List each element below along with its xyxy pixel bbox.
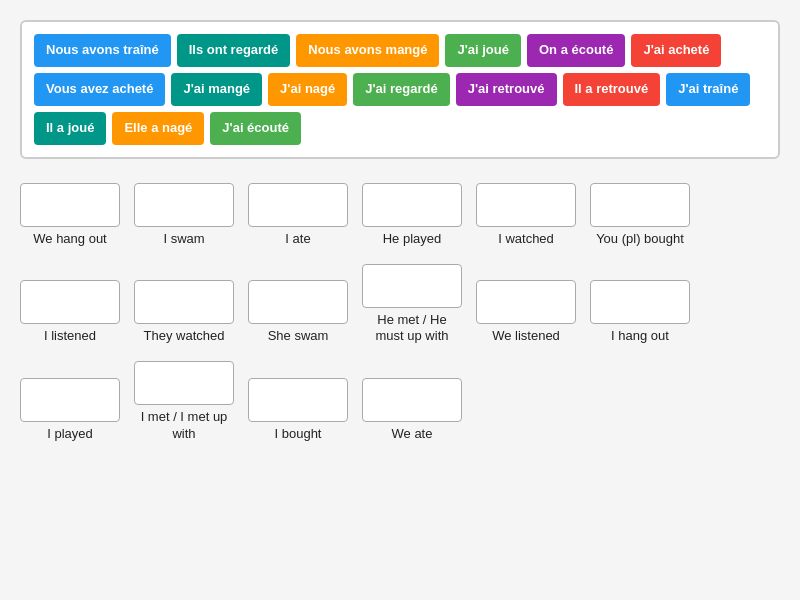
drop-item-1-4: We listened <box>476 280 576 345</box>
word-bank: Nous avons traînéIls ont regardéNous avo… <box>20 20 780 159</box>
word-chip-12[interactable]: J'ai traîné <box>666 73 750 106</box>
drop-box-1-0[interactable] <box>20 280 120 324</box>
drop-item-2-1: I met / I met up with <box>134 361 234 443</box>
word-chip-11[interactable]: Il a retrouvé <box>563 73 661 106</box>
word-chip-10[interactable]: J'ai retrouvé <box>456 73 557 106</box>
drop-item-0-3: He played <box>362 183 462 248</box>
word-chip-13[interactable]: Il a joué <box>34 112 106 145</box>
drop-item-2-2: I bought <box>248 378 348 443</box>
drop-item-1-5: I hang out <box>590 280 690 345</box>
drop-box-2-1[interactable] <box>134 361 234 405</box>
word-chip-8[interactable]: J'ai nagé <box>268 73 347 106</box>
drop-item-1-1: They watched <box>134 280 234 345</box>
word-chip-0[interactable]: Nous avons traîné <box>34 34 171 67</box>
drop-row-0: We hang outI swamI ateHe playedI watched… <box>20 183 780 248</box>
drop-label-2-0: I played <box>47 426 93 443</box>
drop-label-1-1: They watched <box>144 328 225 345</box>
drop-label-0-3: He played <box>383 231 442 248</box>
word-chip-14[interactable]: Elle a nagé <box>112 112 204 145</box>
drop-item-0-4: I watched <box>476 183 576 248</box>
drop-label-1-3: He met / He must up with <box>362 312 462 346</box>
drop-label-0-4: I watched <box>498 231 554 248</box>
drop-item-0-2: I ate <box>248 183 348 248</box>
drop-label-1-5: I hang out <box>611 328 669 345</box>
drop-box-2-0[interactable] <box>20 378 120 422</box>
drop-section: We hang outI swamI ateHe playedI watched… <box>20 183 780 443</box>
drop-box-2-3[interactable] <box>362 378 462 422</box>
drop-box-1-3[interactable] <box>362 264 462 308</box>
drop-item-2-0: I played <box>20 378 120 443</box>
drop-box-1-4[interactable] <box>476 280 576 324</box>
drop-item-1-3: He met / He must up with <box>362 264 462 346</box>
drop-box-0-4[interactable] <box>476 183 576 227</box>
drop-label-0-0: We hang out <box>33 231 106 248</box>
drop-box-0-2[interactable] <box>248 183 348 227</box>
drop-label-0-2: I ate <box>285 231 310 248</box>
drop-label-1-0: I listened <box>44 328 96 345</box>
drop-box-0-0[interactable] <box>20 183 120 227</box>
word-chip-3[interactable]: J'ai joué <box>445 34 521 67</box>
word-chip-15[interactable]: J'ai écouté <box>210 112 301 145</box>
word-chip-4[interactable]: On a écouté <box>527 34 625 67</box>
drop-box-2-2[interactable] <box>248 378 348 422</box>
drop-label-2-3: We ate <box>392 426 433 443</box>
drop-box-0-1[interactable] <box>134 183 234 227</box>
drop-item-0-0: We hang out <box>20 183 120 248</box>
drop-box-0-3[interactable] <box>362 183 462 227</box>
drop-row-2: I playedI met / I met up withI boughtWe … <box>20 361 780 443</box>
drop-item-0-1: I swam <box>134 183 234 248</box>
word-chip-6[interactable]: Vous avez acheté <box>34 73 165 106</box>
drop-label-0-1: I swam <box>163 231 204 248</box>
drop-label-1-4: We listened <box>492 328 560 345</box>
word-chip-9[interactable]: J'ai regardé <box>353 73 449 106</box>
drop-label-2-2: I bought <box>275 426 322 443</box>
drop-box-1-2[interactable] <box>248 280 348 324</box>
drop-item-0-5: You (pl) bought <box>590 183 690 248</box>
word-chip-1[interactable]: Ils ont regardé <box>177 34 291 67</box>
word-chip-7[interactable]: J'ai mangé <box>171 73 262 106</box>
drop-item-1-0: I listened <box>20 280 120 345</box>
drop-box-0-5[interactable] <box>590 183 690 227</box>
drop-item-2-3: We ate <box>362 378 462 443</box>
drop-label-1-2: She swam <box>268 328 329 345</box>
drop-row-1: I listenedThey watchedShe swamHe met / H… <box>20 264 780 346</box>
drop-label-0-5: You (pl) bought <box>596 231 684 248</box>
drop-box-1-5[interactable] <box>590 280 690 324</box>
word-chip-5[interactable]: J'ai acheté <box>631 34 721 67</box>
drop-item-1-2: She swam <box>248 280 348 345</box>
drop-box-1-1[interactable] <box>134 280 234 324</box>
word-chip-2[interactable]: Nous avons mangé <box>296 34 439 67</box>
drop-label-2-1: I met / I met up with <box>134 409 234 443</box>
